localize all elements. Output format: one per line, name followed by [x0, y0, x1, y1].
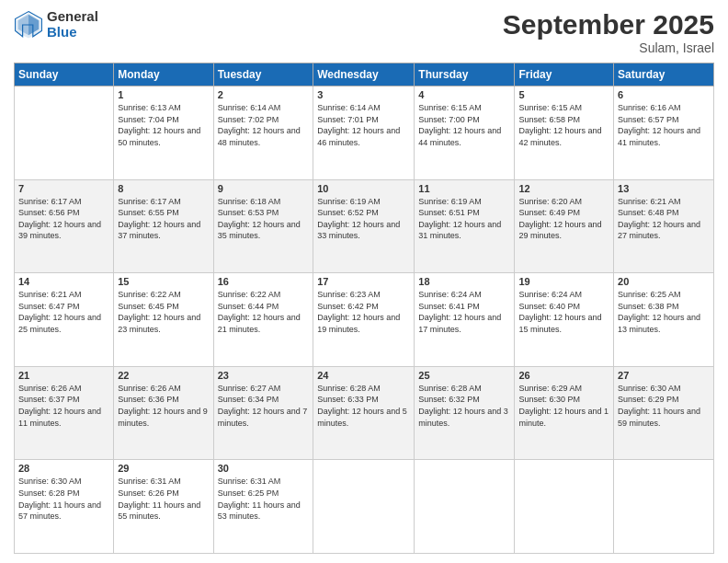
- day-number: 19: [518, 276, 609, 287]
- day-number: 20: [618, 276, 710, 287]
- day-number: 11: [418, 183, 510, 194]
- day-cell: 14Sunrise: 6:21 AMSunset: 6:47 PMDayligh…: [15, 273, 114, 367]
- week-row-4: 28Sunrise: 6:30 AMSunset: 6:28 PMDayligh…: [15, 460, 714, 554]
- day-cell: 18Sunrise: 6:24 AMSunset: 6:41 PMDayligh…: [415, 273, 515, 367]
- week-row-2: 14Sunrise: 6:21 AMSunset: 6:47 PMDayligh…: [15, 273, 714, 367]
- day-number: 13: [618, 183, 710, 194]
- day-info: Sunrise: 6:22 AMSunset: 6:44 PMDaylight:…: [218, 289, 310, 335]
- week-row-3: 21Sunrise: 6:26 AMSunset: 6:37 PMDayligh…: [15, 366, 714, 460]
- day-header-tuesday: Tuesday: [213, 63, 313, 86]
- day-cell: 22Sunrise: 6:26 AMSunset: 6:36 PMDayligh…: [114, 366, 213, 460]
- day-number: 7: [18, 183, 109, 194]
- month-title: September 2025: [503, 9, 714, 40]
- calendar-table: SundayMondayTuesdayWednesdayThursdayFrid…: [14, 63, 714, 554]
- day-cell: [515, 460, 614, 554]
- location: Sulam, Israel: [503, 40, 714, 55]
- day-number: 12: [518, 183, 609, 194]
- title-area: September 2025 Sulam, Israel: [503, 9, 714, 55]
- day-cell: [313, 460, 415, 554]
- day-info: Sunrise: 6:19 AMSunset: 6:52 PMDaylight:…: [317, 196, 410, 242]
- day-number: 1: [118, 89, 209, 100]
- week-row-0: 1Sunrise: 6:13 AMSunset: 7:04 PMDaylight…: [15, 86, 714, 180]
- day-cell: 11Sunrise: 6:19 AMSunset: 6:51 PMDayligh…: [415, 179, 515, 273]
- day-header-saturday: Saturday: [614, 63, 714, 86]
- logo-blue-text: Blue: [47, 25, 98, 40]
- day-info: Sunrise: 6:31 AMSunset: 6:25 PMDaylight:…: [218, 476, 310, 522]
- day-number: 21: [18, 370, 109, 381]
- page: General Blue September 2025 Sulam, Israe…: [0, 0, 728, 563]
- day-info: Sunrise: 6:16 AMSunset: 6:57 PMDaylight:…: [618, 102, 710, 148]
- day-header-friday: Friday: [515, 63, 614, 86]
- day-cell: 20Sunrise: 6:25 AMSunset: 6:38 PMDayligh…: [614, 273, 714, 367]
- day-header-sunday: Sunday: [15, 63, 114, 86]
- day-number: 15: [118, 276, 209, 287]
- day-cell: 3Sunrise: 6:14 AMSunset: 7:01 PMDaylight…: [313, 86, 415, 180]
- day-number: 18: [418, 276, 510, 287]
- day-number: 30: [218, 463, 310, 474]
- day-info: Sunrise: 6:28 AMSunset: 6:32 PMDaylight:…: [418, 383, 510, 429]
- day-info: Sunrise: 6:20 AMSunset: 6:49 PMDaylight:…: [518, 196, 609, 242]
- day-number: 16: [218, 276, 310, 287]
- day-header-monday: Monday: [114, 63, 213, 86]
- day-header-thursday: Thursday: [415, 63, 515, 86]
- day-info: Sunrise: 6:30 AMSunset: 6:29 PMDaylight:…: [618, 383, 710, 429]
- day-info: Sunrise: 6:21 AMSunset: 6:47 PMDaylight:…: [18, 289, 109, 335]
- day-cell: 25Sunrise: 6:28 AMSunset: 6:32 PMDayligh…: [415, 366, 515, 460]
- week-row-1: 7Sunrise: 6:17 AMSunset: 6:56 PMDaylight…: [15, 179, 714, 273]
- day-cell: 9Sunrise: 6:18 AMSunset: 6:53 PMDaylight…: [213, 179, 313, 273]
- day-info: Sunrise: 6:25 AMSunset: 6:38 PMDaylight:…: [618, 289, 710, 335]
- day-info: Sunrise: 6:15 AMSunset: 7:00 PMDaylight:…: [418, 102, 510, 148]
- day-number: 26: [518, 370, 609, 381]
- day-cell: 30Sunrise: 6:31 AMSunset: 6:25 PMDayligh…: [213, 460, 313, 554]
- day-cell: 17Sunrise: 6:23 AMSunset: 6:42 PMDayligh…: [313, 273, 415, 367]
- day-number: 17: [317, 276, 410, 287]
- day-cell: 13Sunrise: 6:21 AMSunset: 6:48 PMDayligh…: [614, 179, 714, 273]
- day-info: Sunrise: 6:13 AMSunset: 7:04 PMDaylight:…: [118, 102, 209, 148]
- day-info: Sunrise: 6:23 AMSunset: 6:42 PMDaylight:…: [317, 289, 410, 335]
- day-cell: 15Sunrise: 6:22 AMSunset: 6:45 PMDayligh…: [114, 273, 213, 367]
- day-info: Sunrise: 6:14 AMSunset: 7:01 PMDaylight:…: [317, 102, 410, 148]
- header-row: SundayMondayTuesdayWednesdayThursdayFrid…: [15, 63, 714, 86]
- day-cell: 2Sunrise: 6:14 AMSunset: 7:02 PMDaylight…: [213, 86, 313, 180]
- logo-icon: [14, 10, 43, 40]
- day-info: Sunrise: 6:17 AMSunset: 6:56 PMDaylight:…: [18, 196, 109, 242]
- day-header-wednesday: Wednesday: [313, 63, 415, 86]
- day-number: 3: [317, 89, 410, 100]
- day-cell: 4Sunrise: 6:15 AMSunset: 7:00 PMDaylight…: [415, 86, 515, 180]
- logo-general-text: General: [47, 9, 98, 25]
- day-cell: 21Sunrise: 6:26 AMSunset: 6:37 PMDayligh…: [15, 366, 114, 460]
- day-cell: 10Sunrise: 6:19 AMSunset: 6:52 PMDayligh…: [313, 179, 415, 273]
- day-cell: 28Sunrise: 6:30 AMSunset: 6:28 PMDayligh…: [15, 460, 114, 554]
- day-number: 28: [18, 463, 109, 474]
- day-number: 4: [418, 89, 510, 100]
- day-number: 9: [218, 183, 310, 194]
- day-info: Sunrise: 6:24 AMSunset: 6:40 PMDaylight:…: [518, 289, 609, 335]
- day-cell: 1Sunrise: 6:13 AMSunset: 7:04 PMDaylight…: [114, 86, 213, 180]
- day-cell: 16Sunrise: 6:22 AMSunset: 6:44 PMDayligh…: [213, 273, 313, 367]
- day-number: 27: [618, 370, 710, 381]
- day-number: 24: [317, 370, 410, 381]
- day-number: 10: [317, 183, 410, 194]
- day-info: Sunrise: 6:29 AMSunset: 6:30 PMDaylight:…: [518, 383, 609, 429]
- day-info: Sunrise: 6:14 AMSunset: 7:02 PMDaylight:…: [218, 102, 310, 148]
- day-cell: 12Sunrise: 6:20 AMSunset: 6:49 PMDayligh…: [515, 179, 614, 273]
- header: General Blue September 2025 Sulam, Israe…: [14, 9, 714, 55]
- day-cell: [415, 460, 515, 554]
- day-number: 2: [218, 89, 310, 100]
- day-cell: 29Sunrise: 6:31 AMSunset: 6:26 PMDayligh…: [114, 460, 213, 554]
- day-info: Sunrise: 6:27 AMSunset: 6:34 PMDaylight:…: [218, 383, 310, 429]
- day-info: Sunrise: 6:28 AMSunset: 6:33 PMDaylight:…: [317, 383, 410, 429]
- day-number: 14: [18, 276, 109, 287]
- day-number: 8: [118, 183, 209, 194]
- logo-text: General Blue: [47, 9, 98, 40]
- day-number: 22: [118, 370, 209, 381]
- day-cell: 26Sunrise: 6:29 AMSunset: 6:30 PMDayligh…: [515, 366, 614, 460]
- day-cell: 23Sunrise: 6:27 AMSunset: 6:34 PMDayligh…: [213, 366, 313, 460]
- day-info: Sunrise: 6:17 AMSunset: 6:55 PMDaylight:…: [118, 196, 209, 242]
- day-info: Sunrise: 6:26 AMSunset: 6:37 PMDaylight:…: [18, 383, 109, 429]
- day-cell: 24Sunrise: 6:28 AMSunset: 6:33 PMDayligh…: [313, 366, 415, 460]
- day-info: Sunrise: 6:24 AMSunset: 6:41 PMDaylight:…: [418, 289, 510, 335]
- day-info: Sunrise: 6:18 AMSunset: 6:53 PMDaylight:…: [218, 196, 310, 242]
- day-cell: 6Sunrise: 6:16 AMSunset: 6:57 PMDaylight…: [614, 86, 714, 180]
- day-cell: 7Sunrise: 6:17 AMSunset: 6:56 PMDaylight…: [15, 179, 114, 273]
